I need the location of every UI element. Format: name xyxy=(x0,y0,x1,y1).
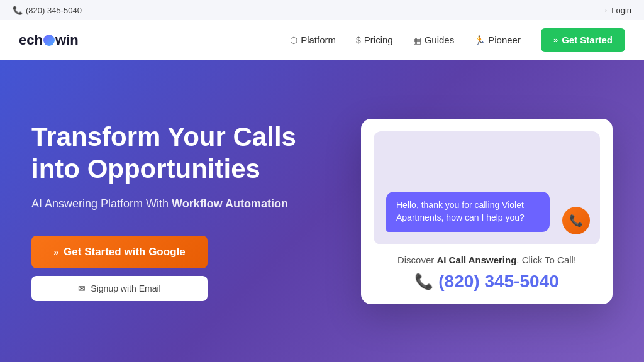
login-button[interactable]: → Login xyxy=(600,6,631,15)
get-started-chevrons-icon: » xyxy=(553,35,558,45)
nav-guides[interactable]: ▦ Guides xyxy=(413,35,455,45)
nav-pioneer-label: Pioneer xyxy=(488,35,521,45)
signup-email-label: Signup with Email xyxy=(91,283,160,293)
cta-google-button[interactable]: » Get Started with Google xyxy=(31,236,208,268)
signup-email-button[interactable]: ✉ Signup with Email xyxy=(31,276,208,301)
avatar-icon: 📞 xyxy=(562,207,590,234)
top-bar: 📞 (820) 345-5040 → Login xyxy=(0,0,644,20)
hero-title: Transform Your Calls into Opportunities xyxy=(31,121,323,185)
demo-phone[interactable]: 📞 (820) 345-5040 xyxy=(374,272,600,292)
email-icon: ✉ xyxy=(78,283,86,293)
pricing-icon: $ xyxy=(356,35,361,45)
navbar-get-started-button[interactable]: » Get Started xyxy=(541,28,625,52)
hero-section: Transform Your Calls into Opportunities … xyxy=(0,60,644,362)
logo-o xyxy=(43,35,55,46)
hero-subtitle-plain: AI Answering Platform With xyxy=(31,197,172,210)
hero-title-bold: Transform xyxy=(31,122,160,151)
chat-bubble-text: Hello, thank you for calling Violet Apar… xyxy=(396,200,525,222)
login-arrow-icon: → xyxy=(600,6,608,15)
logo-win: win xyxy=(55,32,79,48)
platform-icon: ⬡ xyxy=(290,35,297,45)
demo-cta-text: Discover AI Call Answering. Click To Cal… xyxy=(374,255,600,265)
demo-cta-plain: Discover xyxy=(397,255,437,265)
get-started-label: Get Started xyxy=(562,35,613,45)
nav-pioneer[interactable]: 🏃 Pioneer xyxy=(474,35,521,45)
demo-card: Hello, thank you for calling Violet Apar… xyxy=(361,119,613,304)
chat-bubble: Hello, thank you for calling Violet Apar… xyxy=(386,192,550,231)
nav-guides-label: Guides xyxy=(425,35,455,45)
navbar: echwin ⬡ Platform $ Pricing ▦ Guides 🏃 P… xyxy=(0,20,644,60)
cta-google-chevrons-icon: » xyxy=(53,247,58,257)
logo[interactable]: echwin xyxy=(19,32,79,48)
pioneer-icon: 🏃 xyxy=(474,35,485,45)
nav-pricing-label: Pricing xyxy=(364,35,393,45)
demo-phone-icon: 📞 xyxy=(414,273,433,290)
demo-phone-number: (820) 345-5040 xyxy=(438,272,558,292)
phone-icon: 📞 xyxy=(13,6,23,15)
top-bar-phone-number: (820) 345-5040 xyxy=(26,6,82,15)
nav-pricing[interactable]: $ Pricing xyxy=(356,35,393,45)
login-label: Login xyxy=(611,6,631,15)
hero-subtitle: AI Answering Platform With Workflow Auto… xyxy=(31,197,323,211)
demo-cta-suffix: . Click To Call! xyxy=(516,255,576,265)
guides-icon: ▦ xyxy=(413,35,421,45)
hero-left: Transform Your Calls into Opportunities … xyxy=(31,121,323,301)
nav-links: ⬡ Platform $ Pricing ▦ Guides 🏃 Pioneer … xyxy=(290,28,625,52)
nav-platform-label: Platform xyxy=(301,35,336,45)
cta-google-label: Get Started with Google xyxy=(64,246,186,258)
demo-cta-bold: AI Call Answering xyxy=(436,255,516,265)
demo-chat-area: Hello, thank you for calling Violet Apar… xyxy=(374,131,600,244)
top-bar-phone: 📞 (820) 345-5040 xyxy=(13,6,82,15)
hero-right: Hello, thank you for calling Violet Apar… xyxy=(361,119,613,304)
hero-subtitle-bold: Workflow Automation xyxy=(172,197,288,210)
logo-echo: ech xyxy=(19,32,43,48)
nav-platform[interactable]: ⬡ Platform xyxy=(290,35,336,45)
